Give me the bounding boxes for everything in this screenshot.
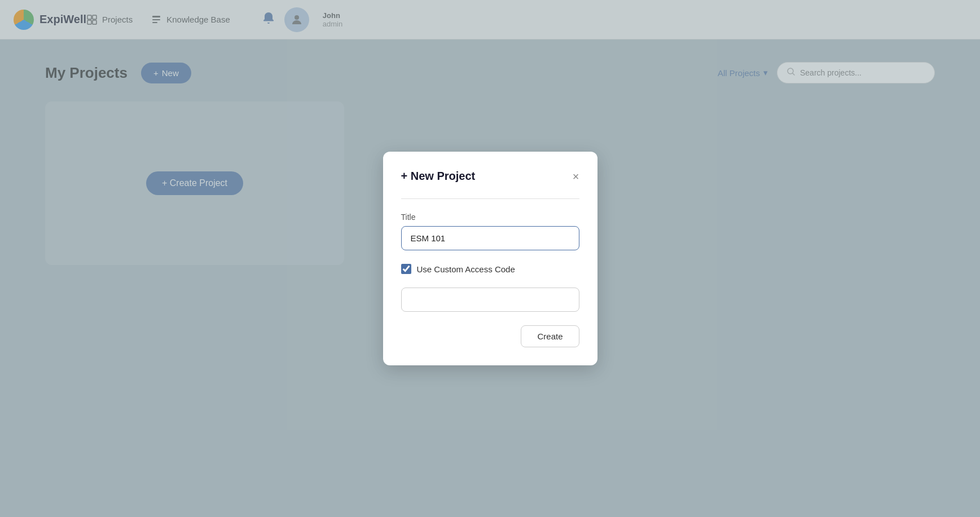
modal-footer: Create xyxy=(401,325,579,347)
create-button-label: Create xyxy=(537,332,562,341)
modal-divider xyxy=(401,198,579,199)
new-project-modal: + New Project × Title Use Custom Access … xyxy=(383,152,597,365)
custom-access-code-checkbox[interactable] xyxy=(401,264,411,274)
title-input[interactable] xyxy=(401,226,579,250)
modal-title: + New Project xyxy=(401,170,476,183)
modal-header: + New Project × xyxy=(401,170,579,183)
custom-access-code-label: Use Custom Access Code xyxy=(417,264,515,274)
title-label: Title xyxy=(401,213,579,222)
modal-overlay: + New Project × Title Use Custom Access … xyxy=(0,0,980,517)
modal-close-button[interactable]: × xyxy=(573,171,579,182)
custom-access-code-row: Use Custom Access Code xyxy=(401,264,579,274)
title-form-group: Title xyxy=(401,213,579,250)
close-icon: × xyxy=(573,170,579,183)
create-button[interactable]: Create xyxy=(521,325,579,347)
access-code-input[interactable] xyxy=(401,288,579,312)
